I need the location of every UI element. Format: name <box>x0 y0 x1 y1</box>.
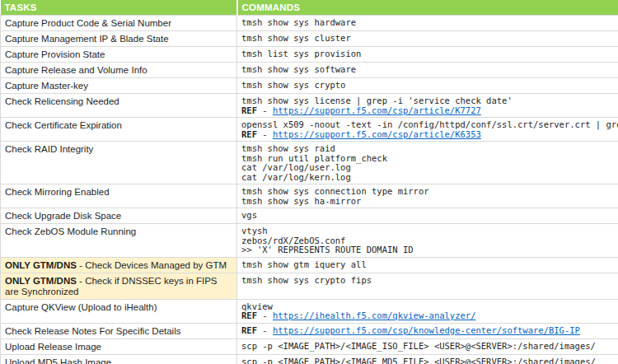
command-cell: tmsh show sys license | grep -i 'service… <box>237 94 618 118</box>
ref-label: REF <box>241 310 257 320</box>
command-line: tmsh show sys cluster <box>241 34 614 44</box>
table-row: Check ZebOS Module Runningvtyshzebos/rdX… <box>1 224 618 258</box>
task-cell: Check Release Notes For Specific Details <box>1 323 237 338</box>
table-row: Capture QKView (Upload to iHealth)qkview… <box>1 299 618 323</box>
ref-label: REF <box>241 325 257 335</box>
table-row: Capture Release and Volume Infotmsh show… <box>1 63 618 78</box>
task-cell: Capture Management IP & Blade State <box>1 31 237 47</box>
command-cell: tmsh show sys crypto fips <box>237 273 618 299</box>
command-line: tmsh show sys crypto <box>241 81 614 91</box>
table-row: Check Upgrade Disk Spacevgs <box>1 208 618 224</box>
task-cell: ONLY GTM/DNS - Check Devices Managed by … <box>1 257 237 273</box>
task-cell: Capture QKView (Upload to iHealth) <box>1 299 237 323</box>
task-text: Capture Provision State <box>5 49 105 59</box>
task-cell: Check RAID Integrity <box>1 142 237 184</box>
task-text: Check Release Notes For Specific Details <box>5 326 180 336</box>
command-line: tmsh show sys crypto fips <box>241 276 614 286</box>
command-line: >> 'X' REPRESENTS ROUTE DOMAIN ID <box>241 245 614 255</box>
ref-link[interactable]: https://support.f5.com/csp/article/K7727 <box>273 105 481 115</box>
command-cell: openssl x509 -noout -text -in /config/ht… <box>237 118 618 142</box>
table-row: Check Certificate Expirationopenssl x509… <box>1 118 618 142</box>
command-cell: qkviewREF - https://ihealth.f5.com/qkvie… <box>237 299 618 323</box>
table-header-row: TASKS COMMANDS <box>1 0 618 16</box>
table-row: Upload MD5 Hash Imagescp -p <IMAGE_PATH>… <box>1 354 618 364</box>
table-row: Upload Release Imagescp -p <IMAGE_PATH>/… <box>1 338 618 354</box>
command-line: cat /var/log/user.log <box>241 163 614 173</box>
task-cell: Check Certificate Expiration <box>1 118 237 142</box>
task-text: Capture Product Code & Serial Number <box>5 18 171 28</box>
task-cell: Capture Product Code & Serial Number <box>1 16 237 31</box>
ref-link[interactable]: https://support.f5.com/csp/article/K6353 <box>273 129 481 139</box>
command-line: tmsh show gtm iquery all <box>241 260 614 270</box>
ref-link[interactable]: https://support.f5.com/csp/knowledge-cen… <box>273 325 580 335</box>
command-line: cat /var/log/kern.log <box>241 173 614 183</box>
task-text: Check Mirroring Enabled <box>5 187 110 197</box>
command-line: scp -p <IMAGE_PATH>/<IMAGE_ISO_FILE> <US… <box>241 342 614 352</box>
command-line: REF - https://support.f5.com/csp/article… <box>241 106 614 116</box>
ref-label: REF <box>241 129 257 139</box>
command-cell: vtyshzebos/rdX/ZebOS.conf>> 'X' REPRESEN… <box>237 224 618 258</box>
command-line: vtysh <box>241 226 614 236</box>
column-header-tasks: TASKS <box>1 0 237 16</box>
command-cell: tmsh show sys crypto <box>237 78 618 94</box>
task-text: Check Relicensing Needed <box>5 96 119 106</box>
task-cell: Capture Release and Volume Info <box>1 63 237 78</box>
table-row: Capture Master-keytmsh show sys crypto <box>1 78 618 94</box>
task-cell: Check Mirroring Enabled <box>1 184 237 208</box>
command-cell: REF - https://support.f5.com/csp/knowled… <box>237 323 618 338</box>
task-cell: Upload Release Image <box>1 338 237 354</box>
task-cell: Capture Provision State <box>1 47 237 63</box>
commands-table: TASKS COMMANDS Capture Product Code & Se… <box>0 0 618 364</box>
command-cell: tmsh show sys cluster <box>237 31 618 47</box>
command-line: vgs <box>241 211 614 221</box>
table-row: Check Mirroring Enabledtmsh show sys con… <box>1 184 618 208</box>
command-line: tmsh show sys software <box>241 65 614 75</box>
command-line: tmsh show sys connection type mirror <box>241 187 614 197</box>
command-cell: tmsh show sys software <box>237 63 618 78</box>
command-cell: tmsh list sys provision <box>237 47 618 63</box>
command-line: tmsh list sys provision <box>241 49 614 59</box>
command-line: REF - https://support.f5.com/csp/article… <box>241 130 614 140</box>
command-cell: tmsh show sys connection type mirrortmsh… <box>237 184 618 208</box>
task-text: Capture Management IP & Blade State <box>5 34 169 44</box>
task-cell: Upload MD5 Hash Image <box>1 354 237 364</box>
command-cell: scp -p <IMAGE_PATH>/<IMAGE_MD5_FILE> <US… <box>237 354 618 364</box>
command-line: REF - https://ihealth.f5.com/qkview-anal… <box>241 311 614 321</box>
table-row: Check RAID Integritytmsh show sys raidtm… <box>1 142 618 184</box>
task-cell: Check Relicensing Needed <box>1 94 237 118</box>
table-row: Check Relicensing Neededtmsh show sys li… <box>1 94 618 118</box>
command-cell: tmsh show sys hardware <box>237 16 618 31</box>
task-text: Capture Release and Volume Info <box>5 65 147 75</box>
task-text: Upload Release Image <box>5 342 101 352</box>
ref-link[interactable]: https://ihealth.f5.com/qkview-analyzer/ <box>273 310 476 320</box>
table-row: Check Release Notes For Specific Details… <box>1 323 618 338</box>
command-line: tmsh show sys hardware <box>241 18 614 28</box>
command-line: scp -p <IMAGE_PATH>/<IMAGE_MD5_FILE> <US… <box>241 357 614 364</box>
table-row: ONLY GTM/DNS - Check if DNSSEC keys in F… <box>1 273 618 299</box>
command-cell: scp -p <IMAGE_PATH>/<IMAGE_ISO_FILE> <US… <box>237 338 618 354</box>
command-cell: tmsh show gtm iquery all <box>237 257 618 273</box>
task-cell: Capture Master-key <box>1 78 237 94</box>
table-row: ONLY GTM/DNS - Check Devices Managed by … <box>1 257 618 273</box>
task-bold-prefix: ONLY GTM/DNS <box>5 276 77 286</box>
task-text: Check Upgrade Disk Space <box>5 211 121 221</box>
ref-label: REF <box>241 105 257 115</box>
task-text: Capture Master-key <box>5 81 88 91</box>
column-header-commands: COMMANDS <box>237 0 618 16</box>
task-text: Upload MD5 Hash Image <box>5 357 111 364</box>
task-text: Capture QKView (Upload to iHealth) <box>5 302 157 312</box>
table-row: Capture Provision Statetmsh list sys pro… <box>1 47 618 63</box>
task-text: - Check Devices Managed by GTM <box>77 260 227 270</box>
task-text: Check ZebOS Module Running <box>5 226 136 236</box>
task-text: Check Certificate Expiration <box>5 120 122 130</box>
task-bold-prefix: ONLY GTM/DNS <box>5 260 77 270</box>
command-line: tmsh show sys ha-mirror <box>241 197 614 207</box>
table-row: Capture Product Code & Serial Numbertmsh… <box>1 16 618 31</box>
command-cell: tmsh show sys raidtmsh run util platform… <box>237 142 618 184</box>
command-cell: vgs <box>237 208 618 224</box>
command-line: REF - https://support.f5.com/csp/knowled… <box>241 326 614 336</box>
command-line: tmsh show sys raid <box>241 144 614 154</box>
table-row: Capture Management IP & Blade Statetmsh … <box>1 31 618 47</box>
task-cell: Check Upgrade Disk Space <box>1 208 237 224</box>
task-text: Check RAID Integrity <box>5 144 93 154</box>
